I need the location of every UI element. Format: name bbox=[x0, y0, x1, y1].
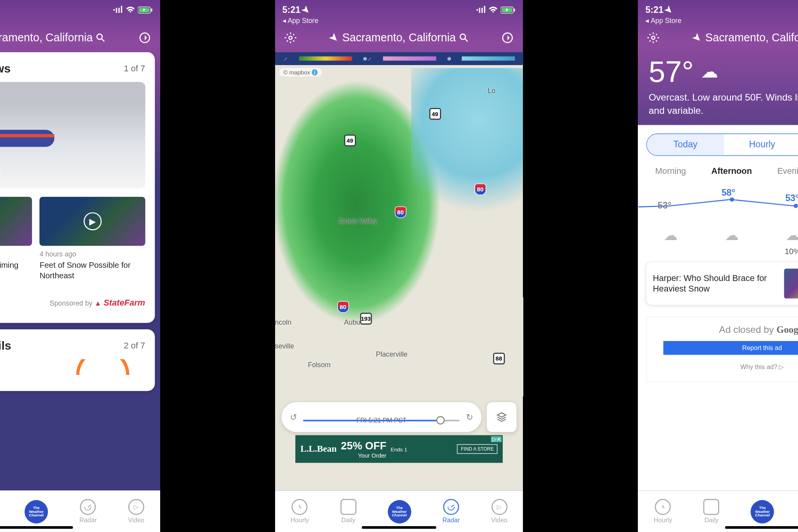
interstate-shield: 80 bbox=[337, 301, 349, 313]
back-to-app[interactable]: ◂ App Store bbox=[0, 16, 160, 27]
home-indicator[interactable] bbox=[725, 526, 798, 529]
layers-button[interactable] bbox=[487, 402, 517, 432]
tab-hourly[interactable]: Hourly bbox=[654, 499, 672, 524]
tap-for-sound-button[interactable]: ılıTap for Sound bbox=[0, 168, 1, 182]
cloud-icon: ☁ bbox=[640, 227, 701, 244]
tab-radar[interactable]: Radar bbox=[79, 499, 97, 524]
cloud-icon: ☁ bbox=[701, 227, 762, 244]
current-temp: 57° bbox=[649, 54, 694, 89]
ad-close-icon[interactable]: ▷✕ bbox=[491, 436, 502, 442]
seg-today[interactable]: Today bbox=[647, 134, 724, 156]
screen-home: 5:21➤ ⋅ııl ◂ App Store ➤Sacramento, Cali… bbox=[0, 0, 160, 532]
radar-time-controls: ↺ FRI 5:21 PM PST ↻ bbox=[281, 402, 517, 432]
location-selector[interactable]: ➤Sacramento, California bbox=[692, 32, 798, 44]
tab-radar[interactable]: Radar bbox=[443, 499, 460, 524]
tab-home[interactable]: TheWeatherChannel bbox=[25, 500, 48, 523]
place-label: Folsom bbox=[308, 361, 330, 368]
radar-time-slider[interactable]: ↺ FRI 5:21 PM PST ↻ bbox=[281, 402, 482, 432]
settings-icon[interactable] bbox=[283, 31, 297, 44]
route-shield: 88 bbox=[493, 353, 505, 364]
clock-icon bbox=[655, 499, 671, 515]
why-this-ad-button[interactable]: Why this ad? ▷ bbox=[663, 361, 798, 374]
video-item[interactable]: ▶ 4 hours ago Feet of Snow Possible for … bbox=[40, 197, 145, 280]
sponsor-label: Sponsored by ▲StateFarm bbox=[50, 298, 145, 308]
place-label: seville bbox=[275, 342, 294, 350]
home-indicator[interactable] bbox=[0, 526, 73, 529]
news-strip[interactable]: Harper: Who Should Brace for Heaviest Sn… bbox=[638, 256, 798, 311]
home-indicator[interactable] bbox=[362, 526, 436, 529]
status-bar: 5:21➤ ⋅ııl bbox=[638, 0, 798, 16]
settings-icon[interactable] bbox=[646, 31, 660, 44]
news-thumbnail bbox=[784, 269, 798, 299]
tab-video[interactable]: ▷Video bbox=[128, 499, 145, 524]
tab-daily[interactable]: Daily bbox=[341, 499, 357, 524]
daypart-evening[interactable]: Evening bbox=[762, 161, 798, 182]
weather-channel-logo-icon: TheWeatherChannel bbox=[751, 500, 774, 523]
radar-legend: ⟋ ❄⟋ ❄ bbox=[275, 52, 523, 65]
refresh-icon[interactable] bbox=[138, 31, 151, 44]
video-icon: ▷ bbox=[491, 499, 507, 515]
tab-home[interactable]: TheWeatherChannel bbox=[388, 500, 411, 523]
status-time: 5:21 bbox=[645, 5, 663, 15]
search-icon bbox=[459, 33, 469, 43]
refresh-icon[interactable] bbox=[501, 31, 514, 44]
signal-icon: ⋅ııl bbox=[476, 4, 486, 16]
conditions-text: Overcast. Low around 50F. Winds light an… bbox=[649, 91, 798, 118]
wifi-icon bbox=[125, 6, 135, 14]
card-counter: 2 of 7 bbox=[124, 341, 145, 351]
radar-map[interactable]: ⟋ ❄⟋ ❄ © mapbox i Grass Valley Auburn Pl… bbox=[275, 52, 523, 491]
tab-daily[interactable]: Daily bbox=[703, 499, 719, 524]
svg-point-4 bbox=[97, 34, 102, 39]
location-selector[interactable]: ➤Sacramento, California bbox=[0, 32, 106, 44]
report-ad-button[interactable]: Report this ad bbox=[663, 341, 798, 355]
dp-temp: 53° bbox=[785, 193, 798, 204]
place-label: Lo bbox=[488, 87, 496, 94]
tab-hourly[interactable]: Hourly bbox=[291, 499, 309, 524]
hero-video[interactable]: ılıTap for Sound bbox=[0, 82, 145, 188]
sun-arc bbox=[76, 359, 129, 375]
cloud-icon: ☁ bbox=[701, 62, 718, 82]
route-shield: 193 bbox=[360, 313, 372, 325]
video-title: Feet of Snow Possible for Northeast bbox=[40, 260, 145, 280]
interstate-shield: 80 bbox=[474, 184, 486, 195]
forecast-sheet: Today Hourly Daily Morning Afternoon Eve… bbox=[638, 125, 798, 490]
weather-channel-logo-icon: TheWeatherChannel bbox=[388, 500, 411, 523]
location-services-icon: ➤ bbox=[299, 3, 312, 16]
dayparts-row: Morning Afternoon Evening Overnight bbox=[638, 161, 798, 182]
radar-icon bbox=[80, 499, 96, 515]
screen-forecast: 5:21➤ ⋅ııl ◂ App Store ➤Sacramento, Cali… bbox=[638, 0, 798, 532]
daypart-morning[interactable]: Morning bbox=[640, 161, 701, 182]
wifi-icon bbox=[489, 6, 498, 14]
calendar-icon bbox=[703, 499, 719, 515]
card-counter: 1 of 7 bbox=[124, 64, 145, 74]
svg-point-15 bbox=[652, 36, 655, 39]
calendar-icon bbox=[341, 499, 357, 515]
video-icon: ▷ bbox=[128, 499, 144, 515]
tab-home[interactable]: TheWeatherChannel bbox=[751, 500, 774, 523]
snow-overlay bbox=[411, 68, 523, 244]
breaking-news-card: Breaking News 1 of 7 ılıTap for Sound ▶ … bbox=[0, 52, 155, 323]
rewind-icon[interactable]: ↺ bbox=[290, 412, 297, 422]
card-title: Today's Details bbox=[0, 339, 11, 353]
back-to-app[interactable]: ◂ App Store bbox=[275, 16, 523, 27]
location-selector[interactable]: ➤Sacramento, California bbox=[329, 32, 468, 44]
back-to-app[interactable]: ◂ App Store bbox=[638, 16, 798, 27]
place-label: Placerville bbox=[376, 350, 408, 358]
cloud-icon: ☁ bbox=[762, 227, 798, 244]
status-bar: 5:21➤ ⋅ııl bbox=[0, 0, 160, 16]
news-card[interactable]: Harper: Who Should Brace for Heaviest Sn… bbox=[646, 262, 798, 305]
segment-control: Today Hourly Daily bbox=[646, 134, 798, 156]
video-title: Midwest: Tracking, Timing Winter Storm H… bbox=[0, 260, 32, 280]
forward-icon[interactable]: ↻ bbox=[466, 412, 473, 422]
mapbox-logo: © mapbox i bbox=[279, 68, 321, 77]
video-age: 4 hours ago bbox=[0, 250, 32, 258]
svg-rect-8 bbox=[514, 8, 515, 11]
card-title: Breaking News bbox=[0, 62, 11, 75]
video-item[interactable]: ▶ 4 hours ago Midwest: Tracking, Timing … bbox=[0, 197, 32, 280]
screen-radar: 5:21➤ ⋅ııl ◂ App Store ➤Sacramento, Cali… bbox=[275, 0, 523, 532]
daypart-afternoon[interactable]: Afternoon bbox=[701, 161, 762, 182]
weather-channel-logo-icon: TheWeatherChannel bbox=[25, 500, 48, 523]
seg-hourly[interactable]: Hourly bbox=[724, 134, 798, 156]
tab-video[interactable]: ▷Video bbox=[491, 499, 508, 524]
ad-banner[interactable]: L.L.Bean 25% OFFYour Order Ends 1 FIND A… bbox=[295, 435, 503, 463]
